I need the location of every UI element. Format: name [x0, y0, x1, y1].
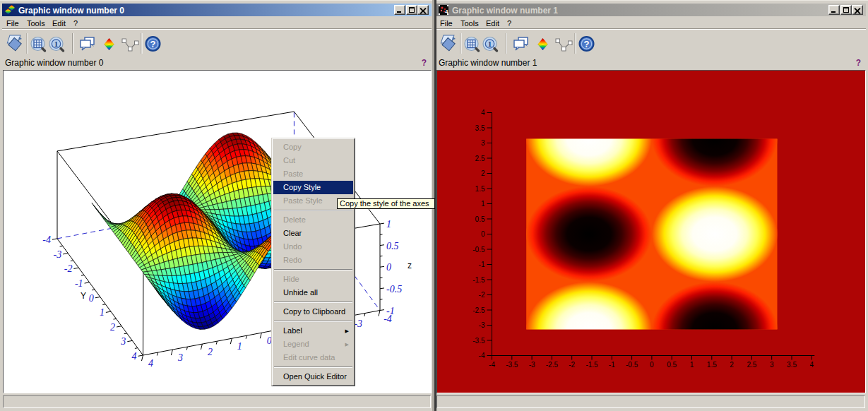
svg-text:-1.5: -1.5 — [585, 361, 598, 369]
svg-text:4: 4 — [481, 109, 485, 117]
svg-text:0.5: 0.5 — [386, 241, 399, 251]
svg-text:4: 4 — [810, 361, 814, 369]
svg-text:3.5: 3.5 — [787, 361, 797, 369]
svg-text:1: 1 — [690, 361, 694, 369]
svg-text:-2: -2 — [64, 263, 73, 274]
svg-text:-1: -1 — [386, 306, 395, 316]
svg-text:-3.5: -3.5 — [472, 337, 485, 345]
svg-text:0: 0 — [386, 262, 391, 273]
svg-text:1.5: 1.5 — [707, 361, 717, 369]
svg-text:-1: -1 — [75, 278, 83, 289]
svg-text:-3.5: -3.5 — [506, 361, 518, 369]
svg-text:-3: -3 — [529, 361, 535, 369]
svg-text:-3: -3 — [54, 249, 62, 260]
svg-text:Y: Y — [81, 291, 86, 301]
svg-text:2.5: 2.5 — [475, 155, 485, 162]
svg-text:3: 3 — [481, 139, 485, 147]
svg-text:2: 2 — [208, 347, 213, 357]
svg-text:-2: -2 — [479, 291, 485, 299]
svg-text:-4: -4 — [479, 352, 485, 359]
svg-text:-0.5: -0.5 — [472, 246, 485, 254]
svg-text:3: 3 — [770, 361, 774, 369]
svg-text:0.5: 0.5 — [667, 361, 677, 369]
svg-text:2: 2 — [730, 361, 734, 369]
svg-text:4: 4 — [132, 351, 137, 362]
svg-text:-2: -2 — [569, 361, 575, 369]
svg-text:3: 3 — [177, 352, 183, 363]
svg-text:0: 0 — [481, 230, 485, 238]
svg-text:2.5: 2.5 — [747, 361, 756, 369]
svg-text:-0.5: -0.5 — [386, 284, 402, 294]
svg-text:1: 1 — [100, 307, 105, 318]
svg-text:z: z — [408, 261, 412, 270]
svg-text:0: 0 — [650, 361, 654, 369]
svg-text:2: 2 — [481, 169, 485, 177]
svg-text:3: 3 — [120, 336, 126, 347]
svg-text:1: 1 — [237, 341, 242, 352]
svg-text:3.5: 3.5 — [475, 124, 485, 132]
svg-text:-4: -4 — [489, 361, 495, 369]
svg-text:0: 0 — [89, 293, 94, 304]
svg-text:-1: -1 — [609, 361, 615, 369]
svg-text:-0.5: -0.5 — [626, 361, 638, 369]
svg-text:-3: -3 — [479, 321, 485, 329]
svg-text:-1.5: -1.5 — [472, 276, 485, 284]
svg-text:-2.5: -2.5 — [546, 361, 559, 369]
svg-text:-2.5: -2.5 — [472, 306, 485, 314]
svg-text:-1: -1 — [479, 261, 485, 268]
svg-text:0.5: 0.5 — [475, 215, 485, 223]
svg-text:2: 2 — [110, 322, 115, 333]
svg-text:-3: -3 — [354, 318, 362, 329]
svg-text:4: 4 — [148, 358, 153, 369]
svg-text:1: 1 — [386, 219, 391, 230]
svg-text:-4: -4 — [42, 234, 51, 245]
svg-text:1: 1 — [481, 200, 485, 208]
svg-text:1.5: 1.5 — [475, 185, 485, 193]
